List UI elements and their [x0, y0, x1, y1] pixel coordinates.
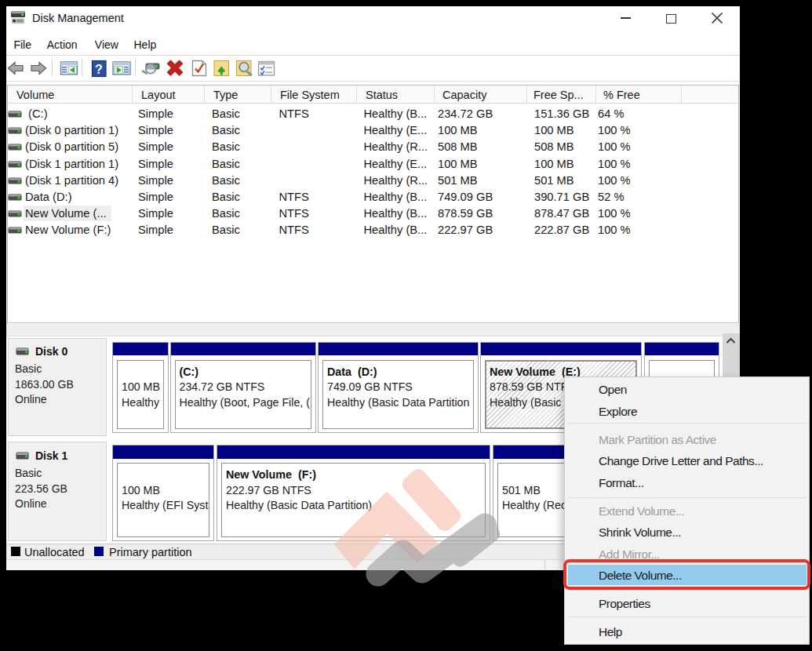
svg-text:?: ? [95, 63, 103, 76]
